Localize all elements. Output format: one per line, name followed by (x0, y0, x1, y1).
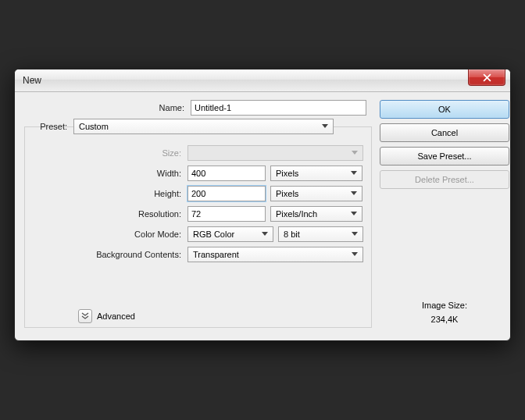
size-row: Size: (33, 145, 363, 161)
height-unit-combo[interactable]: Pixels (270, 186, 362, 201)
bg-value: Transparent (193, 250, 239, 259)
chevron-down-icon (348, 151, 361, 155)
resolution-unit-combo[interactable]: Pixels/Inch (270, 206, 362, 222)
bg-row: Background Contents: Transparent (33, 247, 363, 262)
new-document-dialog: New Name: Preset: Custom (14, 69, 511, 341)
chevron-down-icon (348, 232, 361, 237)
chevron-down-icon (319, 124, 331, 129)
chevron-down-icon (348, 212, 360, 216)
resolution-row: Resolution: Pixels/Inch (33, 206, 363, 222)
delete-preset-button: Delete Preset... (380, 170, 509, 189)
right-pane: OK Cancel Save Preset... Delete Preset..… (380, 100, 509, 332)
ok-button-label: OK (438, 105, 451, 114)
width-unit-value: Pixels (276, 169, 298, 178)
name-row: Name: (24, 100, 372, 116)
save-preset-button[interactable]: Save Preset... (380, 147, 509, 166)
advanced-toggle[interactable] (78, 309, 92, 323)
preset-value: Custom (79, 122, 109, 131)
dialog-body: Name: Preset: Custom Size: (15, 92, 510, 341)
size-label: Size: (33, 148, 183, 158)
bg-combo[interactable]: Transparent (188, 247, 363, 262)
chevron-down-icon (348, 191, 360, 196)
chevron-down-icon (348, 252, 361, 257)
cancel-button[interactable]: Cancel (380, 123, 509, 142)
resolution-label: Resolution: (33, 209, 183, 219)
preset-combo[interactable]: Custom (73, 119, 334, 134)
preset-row: Preset: Custom (33, 119, 363, 134)
size-combo (188, 145, 363, 161)
titlebar[interactable]: New (15, 69, 510, 92)
close-button[interactable] (468, 69, 505, 86)
width-row: Width: Pixels (33, 166, 363, 181)
color-depth-value: 8 bit (284, 230, 300, 239)
settings-group: Preset: Custom Size: Width: (24, 126, 372, 328)
height-unit-value: Pixels (276, 189, 298, 198)
window-title: New (23, 75, 41, 86)
preset-label: Preset: (33, 122, 69, 131)
width-unit-combo[interactable]: Pixels (270, 166, 362, 181)
width-label: Width: (33, 169, 183, 178)
resolution-unit-value: Pixels/Inch (276, 209, 317, 219)
name-label: Name: (24, 103, 186, 112)
cancel-button-label: Cancel (431, 128, 458, 137)
height-label: Height: (33, 189, 183, 198)
advanced-row: Advanced (73, 309, 140, 325)
close-icon (483, 73, 491, 82)
bg-label: Background Contents: (33, 250, 183, 259)
image-size-value: 234,4K (380, 315, 509, 324)
height-input[interactable] (188, 186, 266, 201)
image-size-label: Image Size: (380, 301, 509, 310)
height-row: Height: Pixels (33, 186, 363, 201)
color-mode-label: Color Mode: (33, 230, 183, 239)
left-pane: Name: Preset: Custom Size: (24, 100, 372, 332)
color-mode-value: RGB Color (193, 230, 234, 239)
color-mode-combo[interactable]: RGB Color (188, 226, 273, 242)
width-input[interactable] (188, 166, 266, 181)
color-mode-row: Color Mode: RGB Color 8 bit (33, 226, 363, 242)
chevrons-down-icon (81, 312, 89, 320)
ok-button[interactable]: OK (380, 100, 509, 119)
chevron-down-icon (259, 232, 271, 237)
image-size-box: Image Size: 234,4K (380, 301, 509, 324)
color-depth-combo[interactable]: 8 bit (278, 226, 363, 242)
delete-preset-label: Delete Preset... (415, 175, 474, 184)
advanced-label: Advanced (97, 311, 135, 321)
resolution-input[interactable] (188, 206, 266, 222)
chevron-down-icon (348, 171, 360, 176)
save-preset-label: Save Preset... (417, 151, 471, 161)
name-input[interactable] (191, 100, 366, 116)
